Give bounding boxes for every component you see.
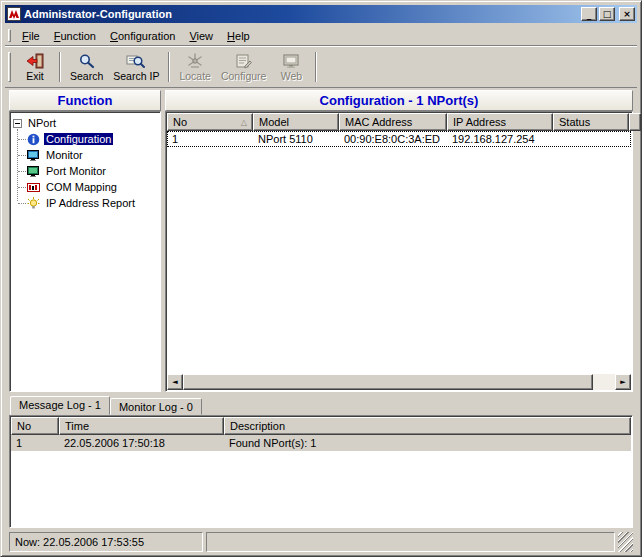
horizontal-scrollbar[interactable]: ◄ ► <box>167 374 631 390</box>
configuration-panel-title: Configuration - 1 NPort(s) <box>320 93 479 108</box>
exit-button[interactable]: Exit <box>15 49 55 86</box>
web-button: Web <box>271 49 311 86</box>
content-area: Function NPort <box>5 88 637 552</box>
log-row[interactable]: 1 22.05.2006 17:50:18 Found NPort(s): 1 <box>11 435 631 451</box>
column-header-filler <box>629 113 641 131</box>
exit-label: Exit <box>26 70 44 82</box>
device-row[interactable]: 1 NPort 5110 00:90:E8:0C:3A:ED 192.168.1… <box>167 131 631 147</box>
locate-icon <box>185 53 205 69</box>
sort-ascending-icon: △ <box>237 118 247 127</box>
search-icon <box>77 53 97 69</box>
menu-configuration[interactable]: Configuration <box>103 28 182 44</box>
column-header-ip-address[interactable]: IP Address <box>447 113 553 131</box>
device-mac-address: 00:90:E8:0C:3A:ED <box>339 132 447 146</box>
tree-label-com-mapping: COM Mapping <box>44 181 119 193</box>
function-tree: NPort Configuration <box>9 111 161 392</box>
scrollbar-track[interactable] <box>593 374 615 390</box>
function-panel-header: Function <box>9 90 161 111</box>
log-column-description-label: Description <box>230 420 285 432</box>
locate-label: Locate <box>179 70 211 82</box>
configure-label: Configure <box>221 70 267 82</box>
tree-label-ip-address-report: IP Address Report <box>44 197 137 209</box>
tree-collapse-icon[interactable] <box>13 119 22 128</box>
status-info-panel <box>206 532 615 552</box>
configuration-info-icon <box>27 133 40 146</box>
toolbar-separator <box>59 52 61 82</box>
minimize-button[interactable]: _ <box>581 7 597 21</box>
configuration-panel-header: Configuration - 1 NPort(s) <box>165 90 633 111</box>
exit-icon <box>25 53 45 69</box>
search-button[interactable]: Search <box>65 49 108 86</box>
maximize-button[interactable]: □ <box>599 7 615 21</box>
column-no-label: No <box>173 116 187 128</box>
device-ip-address: 192.168.127.254 <box>447 132 553 146</box>
status-bar: Now: 22.05.2006 17:53:55 <box>9 532 633 552</box>
device-status <box>553 138 629 140</box>
log-table: No Time Description 1 22.05.2006 17:50:1… <box>9 415 633 528</box>
device-table-body: 1 NPort 5110 00:90:E8:0C:3A:ED 192.168.1… <box>167 131 631 374</box>
log-time: 22.05.2006 17:50:18 <box>59 436 224 450</box>
column-header-model[interactable]: Model <box>253 113 339 131</box>
log-column-header-time[interactable]: Time <box>59 417 224 435</box>
column-header-no[interactable]: No △ <box>167 113 253 131</box>
menu-function[interactable]: Function <box>47 28 103 44</box>
configure-icon <box>234 53 254 69</box>
toolbar: Exit Search Search <box>5 46 637 88</box>
menu-help[interactable]: Help <box>220 28 257 44</box>
port-monitor-icon <box>27 165 40 178</box>
function-panel: Function NPort <box>9 90 161 392</box>
web-icon <box>281 53 301 69</box>
tree-root-row: NPort <box>13 115 158 131</box>
configure-button: Configure <box>216 49 272 86</box>
scroll-right-button[interactable]: ► <box>615 374 631 390</box>
device-table-header: No △ Model MAC Address IP Address <box>167 113 631 131</box>
search-ip-label: Search IP <box>113 70 159 82</box>
log-column-time-label: Time <box>65 420 89 432</box>
tree-label-monitor: Monitor <box>44 149 85 161</box>
column-header-status[interactable]: Status <box>553 113 629 131</box>
log-column-no-label: No <box>17 420 31 432</box>
device-table: No △ Model MAC Address IP Address <box>165 111 633 392</box>
tab-message-log[interactable]: Message Log - 1 <box>10 396 110 415</box>
tree-item-com-mapping[interactable]: COM Mapping <box>27 179 158 195</box>
monitor-icon <box>27 149 40 162</box>
web-label: Web <box>281 70 302 82</box>
log-panel: Message Log - 1 Monitor Log - 0 No Time … <box>9 396 633 528</box>
tree-root-nport[interactable]: NPort <box>26 117 58 129</box>
resize-grip[interactable] <box>618 532 633 552</box>
device-no: 1 <box>167 132 253 146</box>
toolbar-grip[interactable] <box>8 52 11 82</box>
main-row: Function NPort <box>9 90 633 392</box>
log-column-header-no[interactable]: No <box>11 417 59 435</box>
tree-item-port-monitor[interactable]: Port Monitor <box>27 163 158 179</box>
app-window: Administrator-Configuration _ □ × File F… <box>0 0 642 557</box>
tree-label-configuration: Configuration <box>44 133 113 145</box>
scrollbar-thumb[interactable] <box>183 374 593 390</box>
log-description: Found NPort(s): 1 <box>224 436 631 450</box>
column-header-mac-address[interactable]: MAC Address <box>339 113 447 131</box>
menu-file[interactable]: File <box>15 28 47 44</box>
menubar-grip[interactable] <box>8 29 11 42</box>
log-column-header-description[interactable]: Description <box>224 417 631 435</box>
log-tabs: Message Log - 1 Monitor Log - 0 <box>9 396 633 415</box>
ip-address-report-bulb-icon <box>27 197 40 210</box>
com-mapping-icon <box>27 181 40 194</box>
search-ip-button[interactable]: Search IP <box>108 49 164 86</box>
close-button[interactable]: × <box>619 7 635 21</box>
toolbar-separator <box>168 52 170 82</box>
search-ip-icon <box>126 53 146 69</box>
menu-view[interactable]: View <box>182 28 220 44</box>
column-mac-label: MAC Address <box>345 116 412 128</box>
toolbar-separator <box>315 52 317 82</box>
window-title: Administrator-Configuration <box>24 8 581 20</box>
status-time: Now: 22.05.2006 17:53:55 <box>15 536 144 548</box>
tab-monitor-log[interactable]: Monitor Log - 0 <box>110 398 202 415</box>
tree-item-configuration[interactable]: Configuration <box>27 131 158 147</box>
status-time-panel: Now: 22.05.2006 17:53:55 <box>9 532 203 552</box>
device-model: NPort 5110 <box>253 132 339 146</box>
locate-button: Locate <box>174 49 216 86</box>
tree-item-ip-address-report[interactable]: IP Address Report <box>27 195 158 211</box>
tree-item-monitor[interactable]: Monitor <box>27 147 158 163</box>
scroll-left-button[interactable]: ◄ <box>167 374 183 390</box>
tree-children: Configuration Monito <box>13 131 158 211</box>
